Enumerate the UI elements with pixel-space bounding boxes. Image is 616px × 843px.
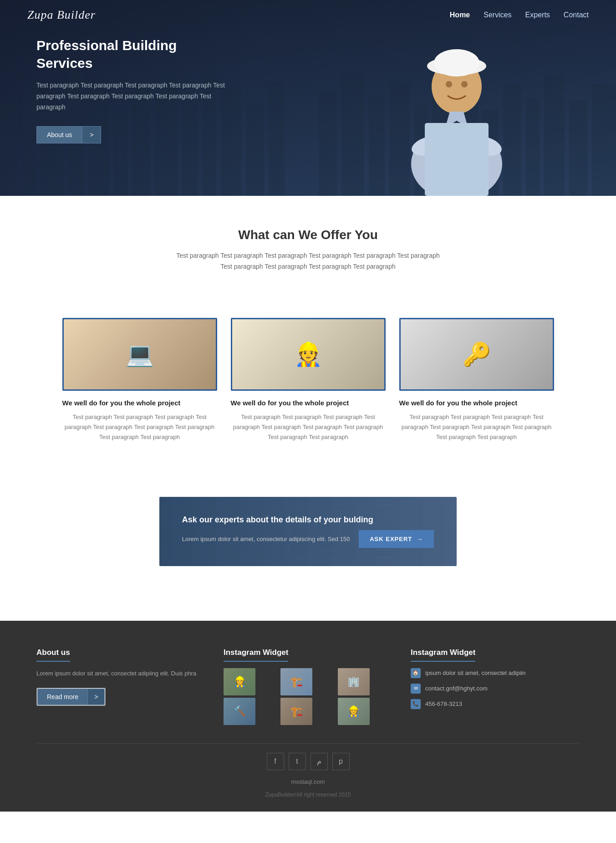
card-text-2: Test paragraph Test paragraph Test parag… [231, 412, 386, 442]
svg-rect-24 [569, 100, 587, 196]
insta-image-3[interactable] [338, 668, 370, 695]
site-logo: Zupa Builder [27, 8, 96, 22]
hero-description: Test paragraph Test paragraph Test parag… [36, 80, 232, 112]
main-nav: Home Services Experts Contact [450, 11, 589, 19]
card-title-2: We well do for you the whole project [231, 399, 386, 407]
card-text-1: Test paragraph Test paragraph Test parag… [62, 412, 217, 442]
instagram-grid-1 [224, 668, 392, 725]
nav-contact[interactable]: Contact [564, 11, 589, 19]
svg-rect-11 [246, 105, 264, 196]
svg-rect-0 [0, 96, 18, 196]
card-title-3: We well do for you the whole project [399, 399, 554, 407]
read-more-label: Read more [37, 689, 88, 705]
offer-title: What can We Offer You [36, 228, 580, 242]
svg-point-33 [446, 81, 452, 87]
svg-rect-41 [308, 520, 339, 551]
twitter-icon[interactable]: t [289, 753, 306, 770]
svg-rect-12 [269, 82, 285, 196]
footer: About us Lorem ipsum dolor sit amet, con… [0, 621, 616, 812]
service-card-1: We well do for you the whole project Tes… [62, 318, 217, 442]
nav-home[interactable]: Home [450, 11, 470, 19]
facebook-icon[interactable]: f [267, 753, 284, 770]
service-card-2: We well do for you the whole project Tes… [231, 318, 386, 442]
offer-section: What can We Offer You Test paragraph Tes… [0, 196, 616, 318]
email-icon: ✉ [411, 684, 421, 694]
service-card-3: We well do for you the whole project Tes… [399, 318, 554, 442]
address-text: ipsum dolor sit amet, consectet adipiin [425, 669, 525, 676]
insta-image-4[interactable] [224, 698, 255, 725]
email-text: contact.gnf@hghyt.com [425, 685, 488, 692]
hero-person [379, 5, 534, 196]
pinterest-icon[interactable]: p [332, 753, 350, 770]
footer-instagram1-title: Instagram Widget [224, 648, 288, 662]
hero-title: Professional Building Services [36, 36, 232, 72]
social-bar: f t م p [36, 743, 580, 775]
svg-point-34 [461, 81, 468, 87]
read-more-arrow: > [88, 689, 105, 705]
insta-image-6[interactable] [338, 698, 370, 725]
footer-about-col: About us Lorem ipsum dolor sit amet, con… [36, 648, 205, 725]
watermark: mostaql.com [36, 775, 580, 787]
card-image-3 [399, 318, 554, 391]
contact-email: ✉ contact.gnf@hghyt.com [411, 684, 580, 694]
card-image-1 [62, 318, 217, 391]
address-icon: 🏠 [411, 668, 421, 678]
card-text-3: Test paragraph Test paragraph Test parag… [399, 412, 554, 442]
insta-image-2[interactable] [280, 668, 312, 695]
svg-rect-25 [592, 84, 616, 196]
footer-copyright: ZupaBuilder/All right reserved 2015 [36, 787, 580, 798]
svg-rect-35 [425, 123, 489, 196]
phone-icon: 📞 [411, 699, 421, 709]
svg-rect-1 [23, 82, 36, 196]
nav-services[interactable]: Services [484, 11, 511, 19]
svg-point-32 [434, 49, 479, 77]
footer-instagram2-col: Instagram Widget 🏠 ipsum dolor sit amet,… [411, 648, 580, 725]
svg-rect-13 [319, 91, 337, 196]
card-image-2 [231, 318, 386, 391]
insta-image-1[interactable] [224, 668, 255, 695]
footer-about-title: About us [36, 648, 70, 662]
phone-text: 456-678-3213 [425, 700, 462, 707]
arabic-icon[interactable]: م [311, 753, 328, 770]
svg-rect-40 [289, 505, 358, 558]
footer-about-text: Lorem ipsum dolor sit amet, consectet ad… [36, 668, 205, 679]
about-us-button[interactable]: About us > [36, 126, 101, 143]
contact-phone: 📞 456-678-3213 [411, 699, 580, 709]
offer-description: Test paragraph Test paragraph Test parag… [172, 250, 445, 272]
footer-instagram2-title: Instagram Widget [411, 648, 475, 662]
footer-instagram1-col: Instagram Widget [224, 648, 392, 725]
nav-experts[interactable]: Experts [525, 11, 550, 19]
read-more-button[interactable]: Read more > [36, 688, 106, 706]
insta-image-5[interactable] [280, 698, 312, 725]
svg-rect-14 [341, 73, 364, 196]
svg-rect-23 [544, 75, 565, 196]
expert-banner: Ask our experts about the details of you… [159, 497, 457, 566]
contact-address: 🏠 ipsum dolor sit amet, consectet adipii… [411, 668, 580, 678]
service-cards: We well do for you the whole project Tes… [0, 318, 616, 442]
card-title-1: We well do for you the whole project [62, 399, 217, 407]
about-us-arrow: > [82, 127, 101, 143]
about-us-label: About us [37, 127, 82, 143]
